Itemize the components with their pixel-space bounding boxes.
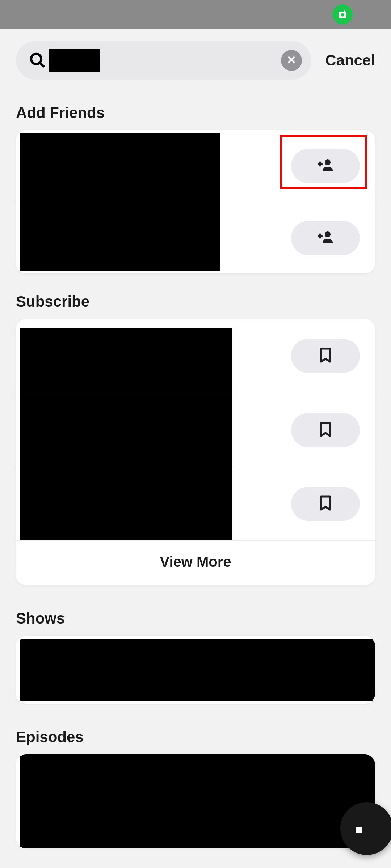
- section-header-shows: Shows: [16, 610, 375, 627]
- subscribe-result-row[interactable]: [16, 467, 375, 540]
- status-bar: [0, 0, 391, 29]
- status-camera-icon: [332, 4, 353, 25]
- redacted-content: [20, 467, 232, 540]
- subscribe-result-row[interactable]: [16, 319, 375, 393]
- bookmark-icon: [317, 346, 334, 365]
- search-bar[interactable]: [16, 41, 311, 80]
- view-more-button[interactable]: View More: [16, 540, 375, 585]
- svg-point-1: [341, 13, 344, 17]
- cancel-button[interactable]: Cancel: [325, 52, 375, 69]
- svg-rect-10: [319, 233, 321, 238]
- redacted-content: [20, 133, 220, 205]
- add-friends-card: [16, 130, 375, 273]
- subscribe-button[interactable]: [291, 487, 360, 521]
- redacted-content: [20, 199, 220, 271]
- add-friend-button[interactable]: [291, 149, 360, 183]
- search-row: Cancel: [16, 41, 375, 80]
- friend-result-row[interactable]: [16, 130, 375, 202]
- clear-search-button[interactable]: [281, 50, 302, 71]
- floating-action-button[interactable]: [340, 802, 391, 855]
- subscribe-button[interactable]: [291, 413, 360, 447]
- fab-icon: [356, 827, 362, 833]
- friend-result-row[interactable]: [16, 202, 375, 273]
- subscribe-result-row[interactable]: [16, 393, 375, 467]
- subscribe-card: View More: [16, 319, 375, 585]
- close-icon: [287, 55, 296, 65]
- search-icon: [29, 52, 46, 69]
- redacted-content: [20, 328, 232, 393]
- svg-rect-8: [319, 162, 321, 167]
- add-friend-icon: [317, 229, 334, 247]
- redacted-content: [20, 393, 232, 467]
- bookmark-icon: [317, 494, 334, 513]
- episodes-card[interactable]: [16, 754, 375, 848]
- redacted-content: [20, 639, 375, 701]
- add-friend-icon: [317, 157, 334, 175]
- section-header-add-friends: Add Friends: [16, 104, 375, 122]
- redacted-content: [20, 754, 375, 848]
- section-header-episodes: Episodes: [16, 728, 375, 746]
- shows-card[interactable]: [16, 636, 375, 704]
- search-input[interactable]: [49, 49, 100, 72]
- subscribe-button[interactable]: [291, 339, 360, 373]
- svg-line-4: [40, 63, 44, 67]
- add-friend-button[interactable]: [291, 221, 360, 255]
- section-header-subscribe: Subscribe: [16, 293, 375, 310]
- svg-point-3: [31, 54, 41, 64]
- bookmark-icon: [317, 421, 334, 439]
- svg-rect-2: [344, 11, 346, 13]
